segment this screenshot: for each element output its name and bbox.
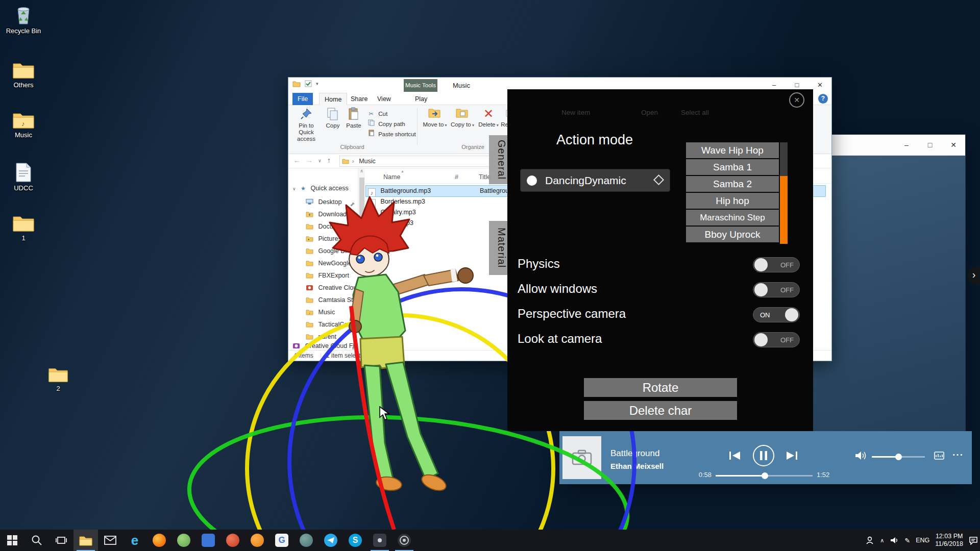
taskbar-app-red[interactable] [220,530,245,551]
sidebar-item-pictures[interactable]: Pictures [288,233,358,244]
action-center-icon[interactable] [969,536,978,545]
sidebar-item-fbxexport[interactable]: FBXExport [288,270,358,281]
sidebar-item-google-drive[interactable]: Google Dr [288,245,358,257]
previous-track-button[interactable] [728,449,742,462]
playlist-icon[interactable] [934,452,944,460]
dance-item-hip-hop[interactable]: Hip hop [686,193,779,209]
sidebar-item-newgoogle[interactable]: NewGoogle [288,258,358,269]
pin-to-quick-access-button[interactable]: Pin to Quick access [291,107,321,147]
taskbar-mail[interactable] [98,530,122,551]
close-button[interactable]: ✕ [942,135,965,156]
recent-locations-icon[interactable]: ∨ [318,158,322,163]
more-options-button[interactable]: ··· [952,449,964,461]
taskbar-telegram[interactable] [318,530,343,551]
dance-item-samba-1[interactable]: Samba 1 [686,159,779,175]
volume-icon[interactable] [854,450,867,461]
sidebar-item-tactical[interactable]: TacticalCa [288,319,358,330]
nav-scrollbar[interactable]: ∧ [358,168,365,350]
taskbar-firefox[interactable] [147,530,172,551]
volume-slider[interactable] [872,456,925,458]
sidebar-item-documents[interactable]: Documents [288,221,358,232]
people-icon[interactable] [865,536,874,545]
sidebar-item-quick-access[interactable]: ∨ ★ Quick access [288,183,358,194]
taskbar-app-blue-square[interactable] [196,530,220,551]
expand-chevron-icon[interactable]: ∨ [292,186,296,191]
search-button[interactable] [24,530,49,551]
allow-windows-toggle[interactable]: OFF [753,282,800,297]
copy-path-button[interactable]: Copy path [367,119,405,129]
desktop-icon-music[interactable]: ♪ Music [2,111,45,139]
sidebar-item-creative-cloud[interactable]: Creative Clou [288,282,358,293]
sidebar-item-desktop[interactable]: Desktop [288,196,358,208]
panel-close-button[interactable]: ✕ [789,92,804,108]
language-indicator[interactable]: ENG [916,537,929,544]
taskbar-overlay-app[interactable] [368,530,392,551]
tab-file[interactable]: File [292,93,313,105]
volume-tray-icon[interactable] [890,536,899,544]
pen-tray-icon[interactable]: ✎ [904,537,910,544]
taskbar-app-g[interactable]: G [270,530,294,551]
desktop-icon-udcc[interactable]: UDCC [2,162,45,192]
minimize-button[interactable]: – [895,135,918,156]
volume-knob[interactable] [895,454,902,460]
taskbar-app-green[interactable] [172,530,196,551]
taskbar-app-teal[interactable] [294,530,318,551]
tab-general[interactable]: General [489,135,507,184]
dance-list-scrollbar-thumb[interactable] [780,176,788,244]
desktop-icon-folder-1[interactable]: 1 [2,214,45,242]
properties-check-icon[interactable] [305,80,312,87]
breadcrumb-item[interactable]: Music [359,158,376,165]
column-header-number[interactable]: # [455,173,458,181]
scroll-up-icon[interactable]: ∧ [360,168,363,173]
sidebar-item-music[interactable]: ♪ Music [288,307,358,318]
taskbar-edge[interactable]: e [122,530,147,551]
dance-list-scrollbar[interactable] [780,142,788,244]
task-view-button[interactable] [49,530,74,551]
maximize-button[interactable]: □ [918,135,942,156]
seek-bar[interactable] [716,475,813,477]
forward-button[interactable]: → [306,156,313,164]
copy-button[interactable]: Copy [323,107,342,147]
help-icon[interactable]: ? [818,94,828,104]
taskbar-app-orange[interactable] [245,530,270,551]
move-to-button[interactable]: Move to ▾ [422,107,448,147]
nav-scrollbar-thumb[interactable] [359,178,364,234]
tab-play[interactable]: Play [410,93,432,105]
back-button[interactable]: ← [293,156,301,164]
rotate-button[interactable]: Rotate [584,378,737,397]
perspective-camera-toggle[interactable]: ON [753,307,800,322]
taskbar-file-explorer[interactable] [74,530,98,551]
taskbar-clock[interactable]: 12:03 PM 11/6/2018 [935,533,963,548]
tab-home[interactable]: Home [319,93,347,105]
dance-item-wave-hip-hop[interactable]: Wave Hip Hop [686,142,779,158]
look-at-camera-toggle[interactable]: OFF [753,332,800,347]
sidebar-item-creative-cloud-files[interactable]: Creative Cloud Fil ∨ [288,341,358,351]
dance-item-maraschino-step[interactable]: Maraschino Step [686,210,779,226]
breadcrumb[interactable]: › Music [339,156,493,167]
paste-shortcut-button[interactable]: Paste shortcut [367,130,416,139]
taskbar-camera-app[interactable] [392,530,416,551]
up-button[interactable]: ↑ [327,156,331,164]
seek-knob[interactable] [762,472,768,479]
qat-customize-icon[interactable]: ▾ [316,81,318,86]
pause-button[interactable] [752,444,775,467]
show-hidden-icons-chevron[interactable]: ∧ [880,537,884,544]
dance-item-bboy-uprock[interactable]: Bboy Uprock [686,227,779,242]
column-header-name[interactable]: Name [383,173,400,181]
taskbar-skype[interactable]: S [343,530,368,551]
action-mode-dropdown[interactable]: DancingDynamic [520,169,670,192]
physics-toggle[interactable]: OFF [753,257,800,272]
desktop-icon-others[interactable]: Others [2,61,45,89]
tab-material[interactable]: Material [489,221,507,275]
desktop-icon-folder-2[interactable]: 2 [37,366,80,392]
cut-button[interactable]: ✂ Cut [367,109,387,118]
tab-view[interactable]: View [372,93,396,105]
dance-item-samba-2[interactable]: Samba 2 [686,176,779,192]
start-button[interactable] [0,530,24,551]
next-track-button[interactable] [785,449,799,462]
delete-char-button[interactable]: Delete char [584,401,737,420]
desktop-icon-recycle-bin[interactable]: Recycle Bin [2,4,45,35]
copy-to-button[interactable]: Copy to ▾ [450,107,475,147]
paste-button[interactable]: Paste [344,107,364,147]
tab-share[interactable]: Share [346,93,373,105]
